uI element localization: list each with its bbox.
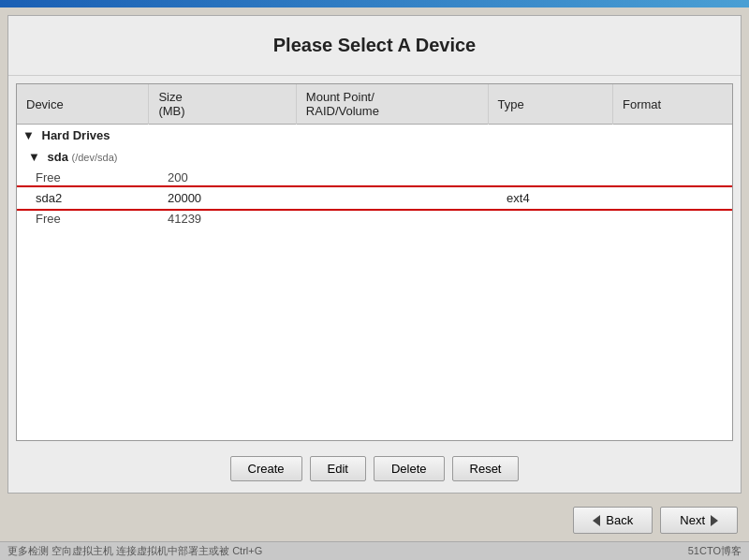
col-mountpoint: Mount Point/RAID/Volume [296,84,488,125]
col-device: Device [17,84,149,125]
free-row-2[interactable]: Free 41239 [17,209,732,228]
watermark-bar: 更多检测 空向虚拟主机 连接虚拟机中部署主或被 Ctrl+G 51CTO博客 [0,541,749,560]
sda2-type: ext4 [488,187,612,209]
sda2-format [613,187,732,209]
free-row-2-device: Free [17,209,149,228]
free-row-2-size: 41239 [149,209,296,228]
free-row-2-format [613,209,732,228]
watermark-right: 51CTO博客 [688,544,742,558]
chevron-down-icon-sda: ▼ [28,150,40,164]
reset-button[interactable]: Reset [452,456,520,481]
back-button[interactable]: Back [573,507,653,534]
col-type: Type [488,84,612,125]
watermark-left: 更多检测 空向虚拟主机 连接虚拟机中部署主或被 Ctrl+G [7,544,262,558]
free-row-2-type [488,209,612,228]
sda-header-row: ▼ sda (/dev/sda) [17,146,732,168]
device-table: Device Size(MB) Mount Point/RAID/Volume … [17,84,732,228]
nav-bar: Back Next [0,501,749,541]
create-button[interactable]: Create [230,456,302,481]
free-row-1[interactable]: Free 200 [17,168,732,187]
free-row-1-format [613,168,732,187]
sda2-size: 20000 [149,187,296,209]
free-row-1-device: Free [17,168,149,187]
free-row-1-type [488,168,612,187]
section-label: Hard Drives [42,128,110,142]
sda-label: sda [48,150,68,164]
edit-button[interactable]: Edit [310,456,366,481]
back-arrow-icon [593,515,600,526]
sda2-row[interactable]: sda2 20000 ext4 [17,187,732,209]
next-button[interactable]: Next [660,507,738,534]
free-row-1-mountpoint [296,168,488,187]
sda2-device: sda2 [17,187,149,209]
col-size: Size(MB) [149,84,296,125]
page-title: Please Select A Device [27,35,722,56]
free-row-1-size: 200 [149,168,296,187]
sda-subtext: (/dev/sda) [72,152,118,163]
table-container: Device Size(MB) Mount Point/RAID/Volume … [16,83,733,441]
col-format: Format [613,84,732,125]
table-header-row: Device Size(MB) Mount Point/RAID/Volume … [17,84,732,125]
title-area: Please Select A Device [8,16,741,76]
chevron-down-icon: ▼ [22,128,35,142]
next-arrow-icon [711,515,718,526]
top-bar [0,0,749,7]
free-row-2-mountpoint [296,209,488,228]
main-window: Please Select A Device Device Size(MB) M… [7,15,742,494]
section-hard-drives: ▼ Hard Drives [17,125,732,147]
button-bar: Create Edit Delete Reset [8,449,741,493]
delete-button[interactable]: Delete [374,456,445,481]
sda2-mountpoint [296,187,488,209]
